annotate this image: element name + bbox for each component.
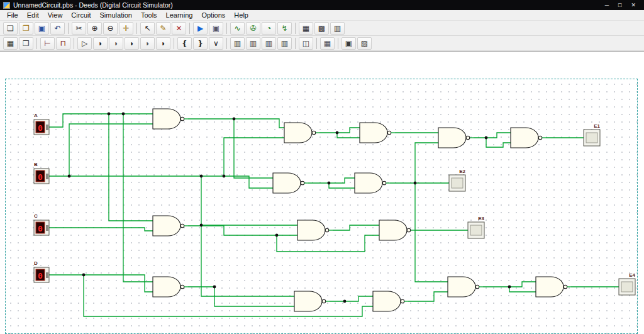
menu-tools[interactable]: Tools [136, 11, 162, 19]
input-switch-D[interactable]: D0 [34, 260, 49, 282]
nand-gate[interactable] [448, 277, 483, 297]
menu-edit[interactable]: Edit [23, 11, 43, 19]
input-switch-C[interactable]: C0 [34, 213, 49, 235]
toolbar-button-connector-left[interactable]: ❴ [177, 37, 192, 50]
output-display-E1[interactable]: E1 [584, 123, 601, 146]
wire[interactable] [329, 183, 355, 188]
toolbar-button-open-file[interactable]: ❐ [19, 22, 33, 35]
nand-gate[interactable] [297, 220, 333, 240]
toolbar-button-grid-toggle[interactable]: ▦ [320, 37, 335, 50]
maximize-button[interactable]: □ [618, 2, 621, 8]
wire[interactable] [234, 119, 273, 178]
toolbar-button-chip-register[interactable]: ▥ [262, 37, 276, 50]
input-switch-A[interactable]: A0 [34, 113, 49, 135]
toolbar-button-zoom-out[interactable]: ⊖ [103, 22, 118, 35]
wire[interactable] [415, 183, 448, 282]
toolbar-button-chip-mux[interactable]: ▥ [277, 37, 292, 50]
toolbar-button-pause-simulation[interactable]: ▣ [209, 22, 223, 35]
menu-help[interactable]: Help [230, 11, 253, 19]
menu-simulation[interactable]: Simulation [96, 11, 136, 19]
toolbar-button-connector-right[interactable]: ❵ [193, 37, 208, 50]
nand-gate[interactable] [153, 109, 188, 129]
input-switch-B[interactable]: B0 [34, 162, 49, 184]
output-display-E2[interactable]: E2 [449, 169, 466, 191]
wire[interactable] [277, 235, 379, 252]
nand-gate[interactable] [360, 123, 395, 143]
toolbar-button-export-board[interactable]: ▨ [357, 37, 372, 50]
wire[interactable] [188, 226, 297, 235]
close-button[interactable]: ✕ [631, 2, 636, 8]
toolbar-button-clock-settings[interactable]: ◔ [262, 22, 276, 35]
nand-gate[interactable] [379, 220, 414, 240]
wire[interactable] [49, 275, 153, 292]
toolbar-button-zoom-in[interactable]: ⊕ [87, 22, 102, 35]
toolbar-button-gate-and[interactable]: ◗ [93, 37, 108, 50]
nand-gate[interactable] [153, 277, 188, 297]
nand-gate[interactable] [273, 173, 308, 193]
toolbar-button-rom-editor[interactable]: ▦ [299, 22, 313, 35]
wire[interactable] [486, 138, 511, 147]
wire[interactable] [408, 292, 448, 301]
wire[interactable] [333, 225, 379, 230]
wire[interactable] [415, 143, 438, 183]
schematic-canvas[interactable]: A0B0C0D0E1E2E3E4 [0, 51, 644, 334]
toolbar-button-subcircuit[interactable]: ❒ [19, 37, 33, 50]
toolbar-button-clock-generator[interactable]: ⊓ [56, 37, 70, 50]
wire[interactable] [474, 133, 511, 138]
toolbar-button-circuit-board[interactable]: ▩ [314, 22, 329, 35]
toolbar-button-pan[interactable]: ✛ [119, 22, 133, 35]
wire[interactable] [319, 128, 360, 133]
toolbar-button-gate-nor[interactable]: ◗ [140, 37, 155, 50]
toolbar-button-ic-library[interactable]: ▦ [3, 37, 18, 50]
toolbar-button-chip-counter[interactable]: ▥ [246, 37, 260, 50]
toolbar-button-board-tools[interactable]: ▣ [341, 37, 356, 50]
nand-gate[interactable] [536, 277, 571, 297]
nand-gate[interactable] [153, 216, 188, 236]
toolbar-button-draw-wire[interactable]: ✎ [156, 22, 170, 35]
switch-lever-icon[interactable] [46, 174, 48, 179]
menu-options[interactable]: Options [197, 11, 230, 19]
toolbar-button-undo[interactable]: ↶ [50, 22, 65, 35]
toolbar-button-probe[interactable]: ↯ [277, 22, 292, 35]
toolbar-button-gate-not[interactable]: ▷ [77, 37, 92, 50]
switch-lever-icon[interactable] [46, 272, 48, 278]
wire[interactable] [49, 114, 153, 127]
nand-gate[interactable] [355, 173, 390, 193]
wire[interactable] [49, 228, 153, 231]
toolbar-button-select-pointer[interactable]: ↖ [140, 22, 155, 35]
toolbar-button-chip-flipflop[interactable]: ▥ [230, 37, 245, 50]
wire[interactable] [337, 133, 360, 138]
toolbar-button-bus-connector[interactable]: ∨ [209, 37, 223, 50]
output-display-E3[interactable]: E3 [468, 216, 485, 238]
toolbar-button-gate-nand[interactable]: ◗ [125, 37, 139, 50]
wire[interactable] [123, 114, 153, 282]
wire[interactable] [330, 296, 373, 301]
toolbar-button-display-component[interactable]: ◫ [299, 37, 313, 50]
menu-view[interactable]: View [43, 11, 67, 19]
wire[interactable] [188, 119, 284, 128]
wire[interactable] [308, 178, 355, 183]
toolbar-button-save-file[interactable]: ▣ [35, 22, 49, 35]
output-display-E4[interactable]: E4 [619, 272, 636, 295]
toolbar-button-device-viewer[interactable]: ▥ [330, 22, 345, 35]
toolbar-button-input-switch[interactable]: ⊢ [40, 37, 55, 50]
nand-gate[interactable] [511, 128, 546, 148]
toolbar-button-animation[interactable]: ✇ [246, 22, 260, 35]
nand-gate[interactable] [438, 128, 474, 148]
minimize-button[interactable]: ─ [605, 2, 609, 8]
nand-gate[interactable] [284, 123, 319, 143]
toolbar-button-gate-or[interactable]: ◗ [109, 37, 123, 50]
menu-circuit[interactable]: Circuit [67, 11, 95, 19]
nand-gate[interactable] [373, 291, 408, 311]
wire[interactable] [84, 275, 373, 316]
wire[interactable] [224, 138, 284, 176]
switch-lever-icon[interactable] [46, 125, 48, 130]
menu-learning[interactable]: Learning [162, 11, 197, 19]
nand-gate[interactable] [294, 291, 330, 311]
toolbar-button-cut[interactable]: ✂ [72, 22, 86, 35]
switch-lever-icon[interactable] [46, 225, 48, 231]
wire[interactable] [69, 124, 153, 176]
toolbar-button-new-file[interactable]: ❏ [3, 22, 18, 35]
toolbar-button-timing-diagram[interactable]: ∿ [230, 22, 245, 35]
wire[interactable] [109, 114, 153, 221]
